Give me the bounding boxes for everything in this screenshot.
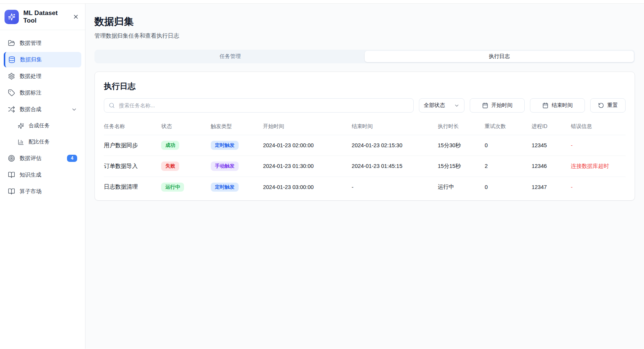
close-icon — [73, 14, 79, 20]
column-header: 执行时长 — [438, 120, 485, 135]
status-badge: 运行中 — [161, 183, 184, 192]
app-root: ML Dataset Tool 数据管理数据归集数据处理数据标注数据合成合成任务… — [0, 4, 644, 349]
sidebar: ML Dataset Tool 数据管理数据归集数据处理数据标注数据合成合成任务… — [0, 4, 85, 349]
sidebar-item-label: 数据处理 — [20, 73, 41, 80]
table-row: 日志数据清理运行中定时触发2024-01-23 03:00:00-运行中0123… — [104, 177, 626, 197]
column-header: 状态 — [161, 120, 211, 135]
column-header: 重试次数 — [485, 120, 532, 135]
tab-label: 任务管理 — [220, 53, 241, 60]
database-icon — [8, 56, 15, 63]
trigger-type-badge: 定时触发 — [211, 183, 239, 192]
column-header: 结束时间 — [352, 120, 438, 135]
cell-status: 失败 — [161, 156, 211, 177]
chevron-wrap — [454, 103, 460, 108]
shuffle-icon — [8, 106, 15, 113]
tag-icon — [8, 89, 15, 96]
sidebar-item-data-synthesis[interactable]: 数据合成 — [4, 102, 81, 117]
rotate-ccw-icon — [598, 102, 604, 108]
tab-label: 执行日志 — [489, 53, 510, 60]
tab-execution-log[interactable]: 执行日志 — [365, 51, 634, 62]
chevron-down-icon — [454, 103, 460, 108]
status-filter-value: 全部状态 — [424, 102, 445, 109]
sidebar-header: ML Dataset Tool — [0, 4, 85, 30]
sidebar-item-operator-market[interactable]: 算子市场 — [4, 184, 81, 199]
cell-duration: 15分30秒 — [438, 135, 485, 156]
calendar-icon — [542, 102, 548, 108]
sidebar-item-label: 数据合成 — [20, 106, 41, 113]
sidebar-nav: 数据管理数据归集数据处理数据标注数据合成合成任务配比任务数据评估4知识生成算子市… — [0, 30, 85, 206]
sidebar-item-data-labeling[interactable]: 数据标注 — [4, 85, 81, 101]
cell-task-name: 日志数据清理 — [104, 177, 161, 197]
chevron-down-icon — [71, 107, 77, 113]
cell-error-message: - — [571, 177, 626, 197]
book-icon — [8, 188, 15, 195]
cell-trigger-type: 手动触发 — [211, 156, 263, 177]
start-time-button[interactable]: 开始时间 — [470, 98, 525, 113]
sidebar-close-button[interactable] — [72, 13, 80, 21]
calendar-icon-wrap — [482, 102, 488, 108]
search-input[interactable] — [118, 102, 409, 109]
sidebar-item-ratio-task[interactable]: 配比任务 — [14, 134, 81, 149]
panel-title: 执行日志 — [104, 81, 626, 91]
sidebar-item-label: 数据归集 — [20, 56, 42, 63]
cell-process-id: 12346 — [531, 156, 571, 177]
cell-start-time: 2024-01-23 01:30:00 — [263, 156, 352, 177]
reset-label: 重置 — [607, 102, 618, 109]
sidebar-item-label: 知识生成 — [20, 171, 41, 178]
bar-chart-icon — [18, 139, 24, 145]
sidebar-item-label: 数据管理 — [20, 40, 41, 47]
sidebar-item-label: 数据标注 — [20, 89, 41, 96]
trigger-type-badge: 手动触发 — [211, 162, 239, 171]
filter-row: 全部状态 开始时间 结束时间 重置 — [104, 98, 626, 113]
cell-error-message: 连接数据库超时 — [571, 156, 626, 177]
sidebar-item-data-processing[interactable]: 数据处理 — [4, 69, 81, 84]
sidebar-item-synthesis-task[interactable]: 合成任务 — [14, 118, 81, 133]
cell-start-time: 2024-01-23 02:00:00 — [263, 135, 352, 156]
cell-task-name: 订单数据导入 — [104, 156, 161, 177]
sidebar-item-label: 合成任务 — [29, 122, 50, 129]
cell-error-message: - — [571, 135, 626, 156]
end-time-button[interactable]: 结束时间 — [530, 98, 585, 113]
table-row: 用户数据同步成功定时触发2024-01-23 02:00:002024-01-2… — [104, 135, 626, 156]
cell-status: 成功 — [161, 135, 211, 156]
cell-end-time: - — [352, 177, 438, 197]
status-filter-select[interactable]: 全部状态 — [419, 98, 464, 113]
cell-process-id: 12347 — [531, 177, 571, 197]
sidebar-item-data-management[interactable]: 数据管理 — [4, 35, 81, 51]
table-row: 订单数据导入失败手动触发2024-01-23 01:30:002024-01-2… — [104, 156, 626, 177]
page-subtitle: 管理数据归集任务和查看执行日志 — [94, 32, 635, 40]
gear-icon — [8, 73, 15, 80]
calendar-icon-wrap — [542, 102, 548, 108]
reset-button[interactable]: 重置 — [590, 98, 626, 113]
cell-trigger-type: 定时触发 — [211, 135, 263, 156]
sidebar-item-data-collection[interactable]: 数据归集 — [4, 52, 81, 67]
cell-duration: 15分15秒 — [438, 156, 485, 177]
start-time-label: 开始时间 — [492, 102, 513, 109]
target-icon — [8, 155, 15, 162]
column-header: 任务名称 — [104, 120, 161, 135]
count-badge: 4 — [67, 155, 77, 162]
page-title: 数据归集 — [94, 15, 635, 28]
sidebar-item-label: 数据评估 — [20, 155, 41, 162]
cell-start-time: 2024-01-23 03:00:00 — [263, 177, 352, 197]
cell-retry-count: 2 — [485, 156, 532, 177]
window-top-edge — [0, 0, 644, 4]
cell-trigger-type: 定时触发 — [211, 177, 263, 197]
tab-task-management[interactable]: 任务管理 — [96, 51, 365, 62]
status-badge: 失败 — [161, 162, 179, 171]
sidebar-item-label: 配比任务 — [29, 139, 50, 145]
search-box — [104, 98, 414, 113]
sidebar-item-data-evaluation[interactable]: 数据评估4 — [4, 151, 81, 166]
app-logo — [5, 10, 19, 24]
sidebar-item-knowledge-generation[interactable]: 知识生成 — [4, 167, 81, 183]
column-header: 错误信息 — [571, 120, 626, 135]
cell-process-id: 12345 — [531, 135, 571, 156]
search-icon — [109, 102, 115, 108]
sidebar-item-label: 算子市场 — [20, 188, 41, 195]
cell-end-time: 2024-01-23 01:45:15 — [352, 156, 438, 177]
sparkles-icon — [18, 123, 24, 129]
end-time-label: 结束时间 — [552, 102, 573, 109]
log-table: 任务名称状态触发类型开始时间结束时间执行时长重试次数进程ID错误信息 用户数据同… — [104, 120, 626, 197]
column-header: 开始时间 — [263, 120, 352, 135]
status-badge: 成功 — [161, 141, 179, 150]
